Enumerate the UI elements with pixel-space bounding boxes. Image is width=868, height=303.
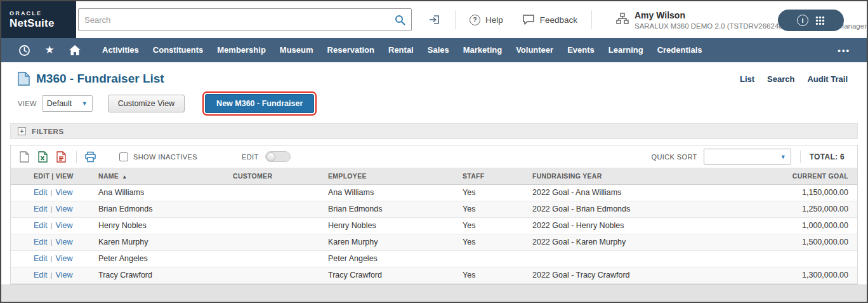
table-row: Edit|View Henry Nobles Henry Nobles Yes … [11,217,857,234]
cell-fundraising-year [527,250,713,267]
edit-link[interactable]: Edit [34,238,48,246]
show-inactives-label: SHOW INACTIVES [133,153,197,161]
cell-fundraising-year: 2022 Goal - Ana Williams [527,184,713,201]
filters-bar[interactable]: + FILTERS [10,123,858,139]
link-separator: | [51,271,53,279]
column-header-fundraising-year[interactable]: FUNDRAISING YEAR [527,168,713,184]
cell-staff: Yes [457,217,527,234]
column-header-name[interactable]: NAME▲ [93,168,228,184]
oracle-brand-text: ORACLE [10,10,76,17]
nav-item-sales[interactable]: Sales [421,38,456,62]
list-link[interactable]: List [740,74,754,84]
link-separator: | [51,205,53,213]
netsuite-logo[interactable]: ORACLE NetSuite [1,1,76,38]
table-row: Edit|View Karen Murphy Karen Murphy Yes … [11,234,857,250]
nav-item-reservation[interactable]: Reservation [320,38,381,62]
help-label: Help [485,15,503,25]
cell-current-goal: 1,250,000.00 [713,201,857,217]
nav-item-learning[interactable]: Learning [602,38,650,62]
edit-link[interactable]: Edit [34,254,48,263]
view-link[interactable]: View [56,205,73,213]
more-menu-icon[interactable]: ••• [831,46,857,55]
filters-label: FILTERS [32,128,64,135]
feedback-label: Feedback [540,15,577,25]
export-csv-icon[interactable] [38,151,48,163]
recent-records-icon[interactable] [11,38,37,62]
column-header-customer[interactable]: CUSTOMER [228,168,323,184]
cell-current-goal: 1,300,000.00 [713,267,857,283]
create-new-icon[interactable] [428,13,441,26]
nav-item-constituents[interactable]: Constituents [146,38,210,62]
view-link[interactable]: View [56,254,73,263]
export-pdf-icon[interactable] [56,151,66,163]
expand-filters-icon[interactable]: + [18,127,26,135]
link-separator: | [51,222,53,229]
top-header: ORACLE NetSuite ? Help Feedback [1,1,867,38]
search-link[interactable]: Search [767,74,794,84]
view-link[interactable]: View [56,188,73,197]
new-fundraiser-button[interactable]: New M360 - Fundraiser [205,94,314,113]
table-row: Edit|View Tracy Crawford Tracy Crawford … [11,267,857,283]
view-select-value: Default [47,99,72,108]
table-row: Edit|View Brian Edmonds Brian Edmonds Ye… [11,201,857,217]
info-icon[interactable]: i [797,15,808,26]
shortcuts-star-icon[interactable]: ★ [37,38,62,62]
home-icon[interactable] [62,38,88,62]
feedback-button[interactable]: Feedback [522,14,577,25]
nav-item-volunteer[interactable]: Volunteer [509,38,560,62]
view-link[interactable]: View [56,238,73,246]
cell-name: Ana Williams [93,184,228,201]
cell-customer [228,234,323,250]
sort-ascending-icon: ▲ [122,174,127,180]
grid-apps-icon[interactable] [815,16,825,25]
netsuite-brand-text: NetSuite [10,17,76,30]
edit-toggle[interactable] [265,151,291,162]
cell-customer [228,217,323,234]
show-inactives-control[interactable]: SHOW INACTIVES [119,152,197,161]
view-link[interactable]: View [56,221,73,230]
help-button[interactable]: ? Help [470,15,503,25]
global-search[interactable] [78,8,412,31]
cell-employee: Karen Murphy [323,234,457,250]
view-select[interactable]: Default ▼ [42,95,93,112]
new-document-icon[interactable] [20,151,29,163]
edit-link[interactable]: Edit [34,188,48,197]
show-inactives-checkbox[interactable] [119,152,128,161]
cell-name: Henry Nobles [93,217,228,234]
cell-current-goal: 1,500,000.00 [713,234,857,250]
nav-item-marketing[interactable]: Marketing [456,38,509,62]
footer-bar [1,285,867,302]
edit-link[interactable]: Edit [34,221,48,230]
cell-current-goal: 1,150,000.00 [713,184,857,201]
list-toolbar: SHOW INACTIVES EDIT QUICK SORT ▼ TOTAL: … [11,145,857,168]
cell-employee: Ana Williams [323,184,457,201]
edit-link[interactable]: Edit [34,205,48,213]
view-link[interactable]: View [56,271,73,279]
nav-item-membership[interactable]: Membership [210,38,273,62]
column-header-employee[interactable]: EMPLOYEE [323,168,457,184]
edit-link[interactable]: Edit [34,271,48,279]
search-input[interactable] [84,15,395,25]
print-icon[interactable] [84,151,96,163]
customize-view-button[interactable]: Customize View [108,95,185,112]
nav-item-credentials[interactable]: Credentials [650,38,709,62]
column-header-staff[interactable]: STAFF [457,168,527,184]
nav-item-activities[interactable]: Activities [95,38,146,62]
column-header-current-goal[interactable]: CURRENT GOAL [713,168,857,184]
link-separator: | [51,189,53,196]
quick-sort-select[interactable]: ▼ [704,149,791,165]
cell-name: Brian Edmonds [93,201,228,217]
nav-item-museum[interactable]: Museum [273,38,320,62]
nav-item-rental[interactable]: Rental [381,38,421,62]
search-icon[interactable] [395,15,405,25]
nav-item-events[interactable]: Events [560,38,602,62]
table-row: Edit|View Peter Angeles Peter Angeles [11,250,857,267]
audit-trail-link[interactable]: Audit Trail [807,74,848,84]
cell-staff: Yes [457,234,527,250]
edit-toggle-control: EDIT [242,151,291,162]
toolbar-divider [800,151,801,163]
cell-current-goal: 1,000,000.00 [713,217,857,234]
cell-fundraising-year: 2022 Goal - Henry Nobles [527,217,713,234]
cell-name: Peter Angeles [93,250,228,267]
column-header-edit-view: EDIT | VIEW [11,168,93,184]
